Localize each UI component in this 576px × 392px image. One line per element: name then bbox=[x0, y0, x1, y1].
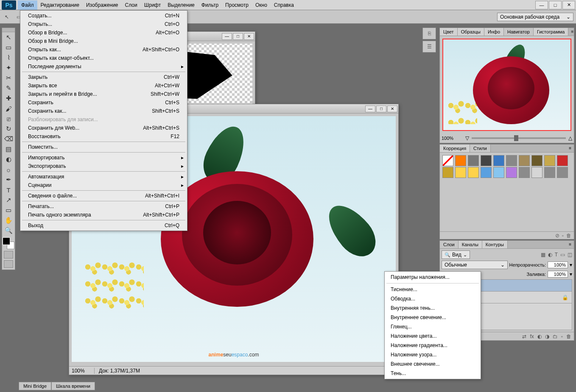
color-swatches[interactable] bbox=[3, 237, 14, 249]
tab-channels[interactable]: Каналы bbox=[459, 241, 482, 248]
mask-icon[interactable]: ◐ bbox=[537, 334, 542, 339]
blur-tool[interactable]: ◐ bbox=[2, 154, 15, 164]
zoom-tool[interactable]: 🔍 bbox=[2, 225, 15, 236]
doc-maximize-button[interactable]: □ bbox=[233, 33, 243, 40]
quick-select-tool[interactable]: ✦ bbox=[2, 63, 15, 73]
file-menu-item[interactable]: Автоматизация bbox=[20, 172, 187, 181]
crop-tool[interactable]: ✂ bbox=[2, 73, 15, 83]
doc-close-button[interactable]: ✕ bbox=[244, 33, 254, 40]
style-swatch[interactable] bbox=[544, 167, 555, 178]
doc-minimize-button[interactable]: — bbox=[222, 33, 232, 40]
trash-icon[interactable]: 🗑 bbox=[566, 334, 571, 339]
zoom-in-icon[interactable]: △ bbox=[568, 135, 572, 141]
lasso-tool[interactable]: ⌇ bbox=[2, 53, 15, 63]
stamp-tool[interactable]: ⎚ bbox=[2, 114, 15, 124]
menu-выделение[interactable]: Выделение bbox=[164, 0, 198, 10]
style-swatch[interactable] bbox=[531, 155, 542, 166]
filter-type-icon[interactable]: T bbox=[555, 252, 558, 258]
panel-menu-icon[interactable]: ≡ bbox=[566, 145, 574, 152]
fx-menu-item[interactable]: Параметры наложения... bbox=[385, 272, 481, 282]
file-menu-item[interactable]: Создать...Ctrl+N bbox=[20, 11, 187, 20]
tab-styles[interactable]: Стили bbox=[470, 145, 491, 152]
quick-mask[interactable] bbox=[4, 251, 13, 259]
file-menu-item[interactable]: Печатать...Ctrl+P bbox=[20, 202, 187, 211]
path-select-tool[interactable]: ↗ bbox=[2, 195, 15, 205]
fx-menu-item[interactable]: Обводка... bbox=[385, 294, 481, 303]
healing-tool[interactable]: ✚ bbox=[2, 93, 15, 103]
style-swatch[interactable] bbox=[557, 155, 568, 166]
style-swatch[interactable] bbox=[481, 155, 492, 166]
file-menu-item[interactable]: Поместить... bbox=[20, 143, 187, 151]
navigator-zoom[interactable]: 100% bbox=[442, 136, 463, 141]
tab-histogram[interactable]: Гистограмма bbox=[534, 28, 569, 36]
menu-изображение[interactable]: Изображение bbox=[83, 0, 122, 10]
menu-фильтр[interactable]: Фильтр bbox=[198, 0, 222, 10]
file-menu-item[interactable]: Последние документы bbox=[20, 62, 187, 71]
navigator-preview[interactable] bbox=[442, 39, 571, 131]
file-menu-item[interactable]: ЗакрытьCtrl+W bbox=[20, 73, 187, 81]
style-swatch[interactable] bbox=[481, 167, 492, 178]
tab-navigator[interactable]: Навигатор bbox=[504, 28, 534, 36]
fx-menu-item[interactable]: Внешнее свечение... bbox=[385, 359, 481, 369]
file-menu-item[interactable]: Сведения о файле...Alt+Shift+Ctrl+I bbox=[20, 192, 187, 200]
file-menu-item[interactable]: Экспортировать bbox=[20, 162, 187, 170]
panel-menu-icon[interactable]: ≡ bbox=[566, 241, 574, 248]
style-swatch[interactable] bbox=[455, 155, 466, 166]
menu-слои[interactable]: Слои bbox=[122, 0, 141, 10]
marquee-tool[interactable]: ▭ bbox=[2, 42, 15, 53]
style-swatch[interactable] bbox=[544, 155, 555, 166]
style-swatch[interactable] bbox=[493, 167, 504, 178]
doc-maximize-button[interactable]: □ bbox=[376, 106, 386, 112]
dock-icon[interactable]: ⎘ bbox=[422, 28, 436, 39]
blend-mode-dropdown[interactable]: Обычные⌄ bbox=[442, 261, 508, 269]
style-swatch[interactable] bbox=[519, 167, 530, 178]
new-layer-icon[interactable]: ▫ bbox=[561, 334, 563, 339]
filter-shape-icon[interactable]: ▭ bbox=[560, 252, 565, 258]
fx-menu-item[interactable]: Тиснение... bbox=[385, 285, 481, 294]
filter-pixel-icon[interactable]: ▦ bbox=[541, 252, 545, 258]
fx-menu-item[interactable]: Внутренняя тень... bbox=[385, 303, 481, 313]
eraser-tool[interactable]: ⌫ bbox=[2, 134, 15, 144]
file-menu-item[interactable]: Сохранить как...Shift+Ctrl+S bbox=[20, 107, 187, 115]
brush-tool[interactable]: 🖌 bbox=[2, 103, 15, 114]
file-menu-item[interactable]: ВыходCtrl+Q bbox=[20, 221, 187, 230]
file-menu-item[interactable]: Открыть как смарт-объект... bbox=[20, 54, 187, 62]
style-swatch[interactable] bbox=[519, 155, 530, 166]
workspace-dropdown[interactable]: Основная рабочая среда ⌄ bbox=[497, 13, 573, 21]
menu-окно[interactable]: Окно bbox=[252, 0, 271, 10]
new-style-icon[interactable]: ▫ bbox=[562, 233, 564, 238]
no-style-icon[interactable]: ⊘ bbox=[555, 233, 559, 238]
file-menu-item[interactable]: Сценарии bbox=[20, 181, 187, 189]
hand-tool[interactable]: ✋ bbox=[2, 215, 15, 225]
fill-adjust-icon[interactable]: ◑ bbox=[545, 334, 549, 339]
dodge-tool[interactable]: ☼ bbox=[2, 164, 15, 175]
style-swatch[interactable] bbox=[468, 155, 479, 166]
file-menu-item[interactable]: Обзор в Mini Bridge... bbox=[20, 37, 187, 45]
file-menu-item[interactable]: Открыть как...Alt+Shift+Ctrl+O bbox=[20, 45, 187, 54]
panel-grip[interactable] bbox=[2, 28, 15, 32]
fx-icon[interactable]: fx bbox=[530, 334, 534, 339]
link-icon[interactable]: ⇄ bbox=[522, 334, 526, 339]
style-swatch[interactable] bbox=[442, 155, 453, 166]
doc-close-button[interactable]: ✕ bbox=[387, 106, 397, 112]
layer-filter-dropdown[interactable]: 🔍 Вид ⌄ bbox=[442, 250, 470, 259]
tab-info[interactable]: Инфо bbox=[484, 28, 504, 36]
doc-minimize-button[interactable]: — bbox=[365, 106, 375, 112]
trash-icon[interactable]: 🗑 bbox=[566, 233, 571, 238]
style-swatch[interactable] bbox=[442, 167, 453, 178]
panel-menu-icon[interactable]: ≡ bbox=[568, 28, 576, 36]
file-menu-item[interactable]: Закрыть и перейти в Bridge...Shift+Ctrl+… bbox=[20, 90, 187, 98]
filter-smart-icon[interactable]: ◫ bbox=[568, 252, 572, 258]
tab-swatches[interactable]: Образцы bbox=[458, 28, 484, 36]
close-button[interactable]: ✕ bbox=[562, 1, 575, 9]
tab-timeline[interactable]: Шкала времени bbox=[51, 382, 95, 390]
move-tool[interactable]: ↖ bbox=[2, 32, 15, 42]
minimize-button[interactable]: — bbox=[535, 1, 548, 9]
zoom-field[interactable]: 100% bbox=[69, 368, 95, 374]
tab-mini-bridge[interactable]: Mini Bridge bbox=[19, 382, 51, 390]
zoom-slider[interactable] bbox=[472, 137, 566, 139]
style-swatch[interactable] bbox=[493, 155, 504, 166]
filter-adjust-icon[interactable]: ◐ bbox=[548, 252, 552, 258]
style-swatch[interactable] bbox=[506, 155, 517, 166]
screen-mode[interactable] bbox=[4, 260, 13, 268]
